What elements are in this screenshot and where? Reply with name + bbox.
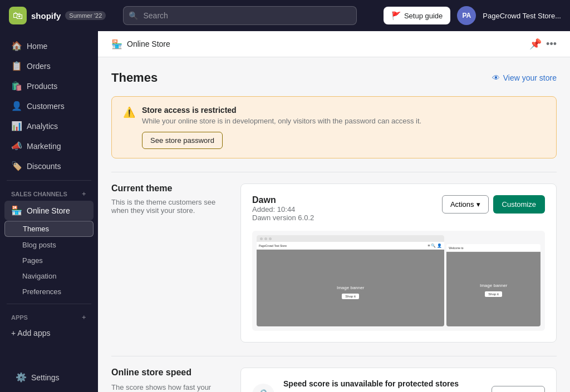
sidebar-item-label: Marketing <box>27 142 61 151</box>
preview-shop-button: Shop it <box>342 294 359 299</box>
themes-title: Themes <box>111 71 158 85</box>
sidebar-subitem-label: Themes <box>23 225 49 233</box>
avatar-button[interactable]: PA <box>457 6 476 25</box>
alert-title: Store access is restricted <box>142 106 421 115</box>
sidebar-item-home[interactable]: 🏠 Home <box>4 36 94 56</box>
preview-mobile: Welcome to Image banner Shop it <box>446 244 540 326</box>
sidebar-item-label: Orders <box>27 62 51 71</box>
analytics-icon: 📊 <box>11 121 22 131</box>
sidebar-subitem-blog-posts[interactable]: Blog posts <box>4 237 94 252</box>
sidebar-item-discounts[interactable]: 🏷️ Discounts <box>4 156 94 176</box>
preview-dot-3 <box>269 237 272 240</box>
theme-name: Dawn <box>252 195 314 205</box>
sidebar-item-customers[interactable]: 👤 Customers <box>4 96 94 116</box>
products-icon: 🛍️ <box>11 81 22 91</box>
actions-button[interactable]: Actions ▾ <box>442 195 489 214</box>
sidebar-item-label: Home <box>27 42 47 51</box>
store-name: PageCrowd Test Store... <box>483 12 561 20</box>
top-navigation: 🛍 shopify Summer '22 🔍 🚩 Setup guide PA … <box>0 0 570 31</box>
current-theme-description: This is the theme customers see when the… <box>111 198 223 215</box>
more-options-icon[interactable]: ••• <box>546 38 557 50</box>
preview-banner-text: Image banner <box>337 285 364 290</box>
theme-card-header: Dawn Added: 10:44 Dawn version 6.0.2 Act… <box>252 195 545 222</box>
sidebar-divider-1 <box>7 180 91 181</box>
nav-right: 🚩 Setup guide PA PageCrowd Test Store... <box>384 6 561 25</box>
sidebar-item-settings[interactable]: ⚙️ Settings <box>9 368 89 387</box>
settings-icon: ⚙️ <box>16 372 27 383</box>
sidebar-subitem-label: Pages <box>22 256 43 265</box>
expand-icon[interactable]: ＋ <box>81 190 87 198</box>
content-area: Themes 👁 View your store ⚠️ Store access… <box>98 57 570 392</box>
sidebar-item-label: Analytics <box>27 122 58 131</box>
search-icon: 🔍 <box>129 11 138 20</box>
sidebar-subitem-label: Preferences <box>22 287 61 296</box>
alert-banner: ⚠️ Store access is restricted While your… <box>111 96 557 158</box>
customize-button[interactable]: Customize <box>493 195 545 214</box>
theme-info: Current theme This is the theme customer… <box>111 183 223 215</box>
speed-title: Online store speed <box>111 368 223 378</box>
theme-added: Added: 10:44 <box>252 205 314 214</box>
theme-preview: PageCrowd Test Store ≡ 🔍 👤 Image banner … <box>252 231 545 331</box>
preview-mobile-store: Welcome to <box>449 246 463 250</box>
setup-guide-label: Setup guide <box>404 12 443 20</box>
see-password-button[interactable]: See store password <box>142 132 223 149</box>
preview-mobile-shop-btn: Shop it <box>485 291 502 297</box>
alert-description: While your online store is in developmen… <box>142 117 421 125</box>
main-nav-section: 🏠 Home 📋 Orders 🛍️ Products 👤 Customers … <box>0 36 98 176</box>
sidebar-item-analytics[interactable]: 📊 Analytics <box>4 116 94 136</box>
customers-icon: 👤 <box>11 101 22 111</box>
sidebar-subitem-navigation[interactable]: Navigation <box>4 269 94 284</box>
sidebar-subitem-label: Navigation <box>22 272 56 280</box>
shopify-logo-icon: 🛍 <box>9 7 27 24</box>
sidebar-subitem-pages[interactable]: Pages <box>4 253 94 268</box>
sidebar-item-label: Products <box>27 82 57 91</box>
speed-info: Online store speed The score shows how f… <box>111 368 223 392</box>
sidebar-item-label: Settings <box>31 373 60 382</box>
preview-mobile-header: Welcome to <box>446 244 540 252</box>
preview-desktop: PageCrowd Test Store ≡ 🔍 👤 Image banner … <box>257 235 444 326</box>
sidebar-item-add-apps[interactable]: + Add apps <box>4 324 94 342</box>
speed-card: 🔒 Speed score is unavailable for protect… <box>240 368 557 392</box>
actions-label: Actions <box>450 200 474 209</box>
search-input[interactable] <box>123 6 357 25</box>
version-badge: Summer '22 <box>65 11 106 20</box>
sidebar-item-online-store[interactable]: 🏪 Online Store <box>4 201 94 220</box>
current-theme-section: Current theme This is the theme customer… <box>111 183 557 343</box>
speed-section-divider <box>111 356 557 356</box>
sidebar-item-products[interactable]: 🛍️ Products <box>4 76 94 96</box>
warning-icon: ⚠️ <box>123 106 135 118</box>
sidebar-subitem-themes[interactable]: Themes <box>4 221 94 237</box>
lock-icon: 🔒 <box>252 384 274 392</box>
preview-dot-1 <box>260 237 263 240</box>
pin-icon[interactable]: 📌 <box>529 38 542 50</box>
sidebar-divider-2 <box>7 304 91 304</box>
main-content: 🏪 Online Store 📌 ••• Themes 👁 View your … <box>98 31 570 392</box>
preview-store-name: PageCrowd Test Store <box>259 244 287 247</box>
sidebar-item-orders[interactable]: 📋 Orders <box>4 56 94 76</box>
online-store-icon: 🏪 <box>11 205 22 216</box>
chevron-down-icon: ▾ <box>476 200 480 209</box>
sidebar-item-marketing[interactable]: 📣 Marketing <box>4 136 94 156</box>
preview-mobile-banner: Image banner <box>480 283 507 288</box>
sidebar-item-label: Discounts <box>27 162 61 171</box>
current-theme-heading: Current theme <box>111 183 223 193</box>
avatar-initials: PA <box>462 12 471 19</box>
speed-card-title: Speed score is unavailable for protected… <box>283 379 483 388</box>
eye-icon: 👁 <box>492 73 500 82</box>
apps-section: Apps ＋ + Add apps <box>0 309 98 342</box>
preview-mobile-content: Image banner Shop it <box>446 252 540 326</box>
setup-guide-button[interactable]: 🚩 Setup guide <box>384 7 450 24</box>
breadcrumb-store-icon: 🏪 <box>111 39 122 49</box>
sidebar-subitem-preferences[interactable]: Preferences <box>4 284 94 299</box>
home-icon: 🏠 <box>11 41 22 51</box>
section-divider <box>111 172 557 172</box>
preview-dot-2 <box>264 237 267 240</box>
view-store-button[interactable]: 👁 View your store <box>492 73 557 82</box>
expand-apps-icon[interactable]: ＋ <box>81 313 87 321</box>
logo-area: 🛍 shopify Summer '22 <box>9 7 106 24</box>
speed-description: The score shows how fast your store is l… <box>111 382 223 392</box>
view-report-button[interactable]: View report <box>492 386 545 392</box>
view-store-label: View your store <box>503 73 557 82</box>
apps-label: Apps ＋ <box>0 309 98 324</box>
search-bar: 🔍 <box>123 6 357 25</box>
